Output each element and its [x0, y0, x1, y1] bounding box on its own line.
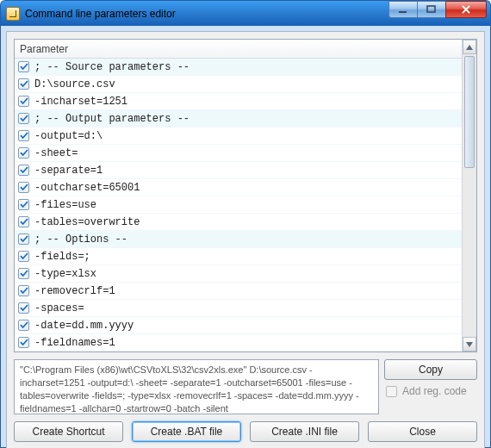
row-text: -fieldnames=1 [34, 337, 115, 349]
copy-button[interactable]: Copy [384, 359, 477, 380]
check-icon [20, 80, 28, 88]
check-icon [20, 287, 28, 295]
maximize-button[interactable] [417, 1, 446, 18]
create-shortcut-button[interactable]: Create Shortcut [14, 421, 123, 442]
row-text: -tables=overwrite [34, 216, 140, 228]
svg-rect-0 [399, 11, 407, 13]
scrollbar-thumb[interactable] [464, 56, 475, 168]
row-checkbox[interactable] [18, 251, 29, 262]
check-icon [20, 304, 28, 312]
create-ini-button[interactable]: Create .INI file [250, 421, 359, 442]
row-checkbox[interactable] [18, 78, 29, 90]
close-button[interactable]: Close [368, 421, 477, 442]
list-item[interactable]: -outcharset=65001 [15, 179, 462, 196]
row-text: -files=use [34, 199, 96, 211]
close-label: Close [409, 426, 436, 438]
list-item[interactable]: -fields=; [15, 248, 462, 265]
add-reg-code-checkbox: Add reg. code [384, 385, 477, 397]
list-item[interactable]: -tables=overwrite [15, 214, 462, 231]
window-title: Command line parameters editor [25, 8, 176, 20]
create-bat-label: Create .BAT file [151, 426, 223, 438]
column-header-label: Parameter [20, 43, 68, 55]
close-icon [461, 5, 471, 14]
row-text: -type=xlsx [34, 268, 96, 280]
list-item[interactable]: -fieldnames=1 [15, 334, 462, 352]
row-checkbox[interactable] [18, 147, 29, 159]
row-text: -separate=1 [34, 165, 103, 177]
row-text: -sheet= [34, 147, 78, 159]
row-text: -output=d:\ [34, 130, 103, 142]
parameter-list[interactable]: Parameter ; -- Source parameters --D:\so… [14, 39, 477, 352]
row-text: -spaces= [34, 302, 84, 314]
close-window-button[interactable] [445, 1, 487, 18]
scrollbar-track[interactable] [463, 54, 476, 337]
row-text: ; -- Options -- [34, 233, 127, 246]
row-text: -outcharset=65001 [34, 182, 140, 194]
column-header-parameter[interactable]: Parameter [15, 40, 462, 59]
scroll-up-button[interactable] [463, 40, 476, 54]
row-checkbox[interactable] [18, 96, 29, 107]
list-item[interactable]: -files=use [15, 196, 462, 214]
row-checkbox[interactable] [18, 302, 29, 314]
row-text: ; -- Source parameters -- [34, 61, 190, 73]
row-checkbox[interactable] [18, 165, 29, 176]
row-checkbox[interactable] [18, 320, 29, 331]
titlebar[interactable]: Command line parameters editor [0, 0, 491, 26]
row-checkbox[interactable] [18, 182, 29, 193]
row-text: ; -- Output parameters -- [34, 113, 190, 125]
row-checkbox[interactable] [18, 130, 29, 141]
svg-rect-1 [427, 6, 435, 12]
check-icon [20, 235, 28, 243]
row-checkbox[interactable] [18, 61, 29, 72]
check-icon [20, 132, 28, 140]
check-icon [20, 252, 28, 260]
list-item[interactable]: -sheet= [15, 145, 462, 162]
command-line-textbox[interactable]: "C:\Program Files (x86)\wt\CSVtoXLS\32\c… [14, 359, 379, 414]
list-item[interactable]: -type=xlsx [15, 265, 462, 283]
chevron-up-icon [466, 45, 473, 50]
list-item[interactable]: ; -- Options -- [15, 231, 462, 248]
checkbox-disabled-icon [386, 386, 397, 397]
row-text: -removecrlf=1 [34, 285, 115, 297]
row-checkbox[interactable] [18, 216, 29, 227]
check-icon [20, 339, 28, 346]
row-text: -incharset=1251 [34, 96, 127, 108]
check-icon [20, 184, 28, 191]
row-checkbox[interactable] [18, 268, 29, 279]
check-icon [20, 63, 28, 71]
check-icon [20, 149, 28, 157]
app-icon [6, 7, 20, 21]
list-item[interactable]: -separate=1 [15, 162, 462, 179]
minimize-icon [398, 5, 408, 14]
minimize-button[interactable] [388, 1, 418, 18]
list-item[interactable]: -output=d:\ [15, 128, 462, 145]
vertical-scrollbar[interactable] [462, 40, 476, 352]
check-icon [20, 321, 28, 329]
check-icon [20, 201, 28, 208]
check-icon [20, 97, 28, 105]
check-icon [20, 218, 28, 226]
row-text: D:\source.csv [34, 78, 115, 90]
list-item[interactable]: D:\source.csv [15, 76, 462, 93]
list-item[interactable]: -date=dd.mm.yyyy [15, 317, 462, 334]
list-item[interactable]: ; -- Source parameters -- [15, 59, 462, 76]
row-checkbox[interactable] [18, 199, 29, 210]
row-text: -date=dd.mm.yyyy [34, 320, 134, 332]
list-item[interactable]: ; -- Output parameters -- [15, 110, 462, 128]
row-checkbox[interactable] [18, 233, 29, 245]
row-checkbox[interactable] [18, 113, 29, 124]
chevron-down-icon [466, 342, 473, 347]
row-checkbox[interactable] [18, 285, 29, 296]
list-item[interactable]: -incharset=1251 [15, 93, 462, 110]
copy-button-label: Copy [419, 364, 443, 376]
check-icon [20, 166, 28, 174]
add-reg-code-label: Add reg. code [402, 385, 467, 397]
row-checkbox[interactable] [18, 337, 29, 348]
create-ini-label: Create .INI file [271, 426, 338, 438]
scroll-down-button[interactable] [463, 337, 476, 352]
list-item[interactable]: -removecrlf=1 [15, 283, 462, 300]
maximize-icon [426, 5, 437, 14]
create-bat-button[interactable]: Create .BAT file [132, 421, 241, 442]
check-icon [20, 270, 28, 277]
list-item[interactable]: -spaces= [15, 300, 462, 317]
